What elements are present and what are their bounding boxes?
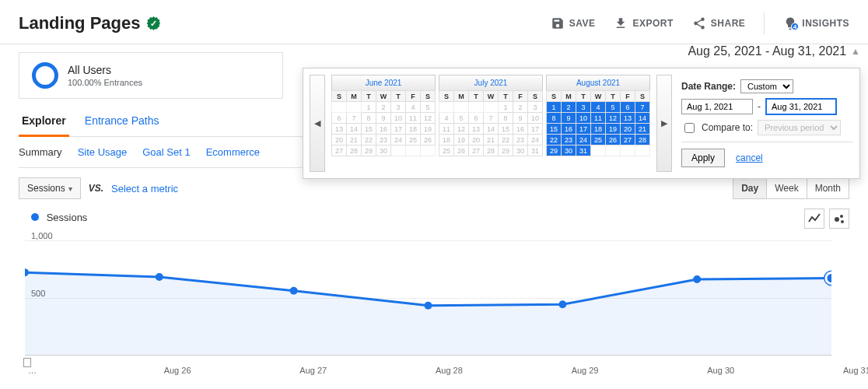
calendar-july[interactable]: July 2021 SMTWTFS 123 45678910 111213141… xyxy=(439,75,543,172)
period-week[interactable]: Week xyxy=(767,178,807,198)
compare-select: Previous period xyxy=(758,120,841,135)
subnav-ecommerce[interactable]: Ecommerce xyxy=(206,146,260,158)
date-range-start-input[interactable] xyxy=(681,99,753,114)
calendar-august[interactable]: August 2021 SMTWTFS 1234567 891011121314… xyxy=(546,75,650,172)
insights-button[interactable]: 4 INSIGHTS xyxy=(783,16,849,30)
header-bar: Landing Pages ✓ SAVE EXPORT SHARE 4 INSI… xyxy=(0,0,868,44)
x-axis-labels: … Aug 26 Aug 27 Aug 28 Aug 29 Aug 30 Aug… xyxy=(19,366,849,375)
dow: F xyxy=(406,91,421,102)
export-button[interactable]: EXPORT xyxy=(614,16,673,30)
date-range-popover: ◀ June 2021 SMTWTFS 12345 6789101112 131… xyxy=(303,68,860,179)
period-group: Day Week Month xyxy=(733,177,849,199)
date-range-text: Aug 25, 2021 - Aug 31, 2021 xyxy=(688,44,846,58)
calendar-prev-button[interactable]: ◀ xyxy=(310,75,325,172)
divider xyxy=(764,12,765,34)
dow: T xyxy=(391,91,406,102)
dow: F xyxy=(513,91,528,102)
period-day[interactable]: Day xyxy=(733,178,767,198)
share-label: SHARE xyxy=(711,18,746,29)
dow: W xyxy=(591,91,606,102)
tab-entrance-paths[interactable]: Entrance Paths xyxy=(82,107,163,136)
dow: S xyxy=(528,91,543,102)
segment-subtitle: 100.00% Entrances xyxy=(68,78,142,87)
legend-sessions: Sessions xyxy=(47,212,88,223)
save-icon xyxy=(551,16,565,30)
compare-checkbox[interactable] xyxy=(684,123,695,133)
insights-label: INSIGHTS xyxy=(802,18,849,29)
svg-point-1 xyxy=(840,215,843,218)
dow: S xyxy=(421,91,436,102)
segment-all-users[interactable]: All Users 100.00% Entrances xyxy=(19,52,283,99)
insights-badge: 4 xyxy=(791,23,799,30)
page-title-text: Landing Pages xyxy=(19,13,140,33)
svg-point-8 xyxy=(693,275,701,283)
chevron-up-icon: ▲ xyxy=(851,46,860,57)
date-range-type-select[interactable]: Custom xyxy=(740,79,793,93)
export-icon xyxy=(614,16,628,30)
dow: S xyxy=(439,91,454,102)
svg-point-6 xyxy=(425,302,432,310)
tab-explorer[interactable]: Explorer xyxy=(19,107,69,137)
share-button[interactable]: SHARE xyxy=(692,16,746,30)
bubble-chart-icon xyxy=(833,212,845,225)
cancel-link[interactable]: cancel xyxy=(736,152,763,163)
segment-circle-icon xyxy=(32,62,58,89)
calendar-month-label: August 2021 xyxy=(546,75,650,90)
verified-icon: ✓ xyxy=(146,16,160,30)
dash: - xyxy=(758,101,761,112)
svg-point-7 xyxy=(558,300,566,308)
dow: S xyxy=(635,91,650,102)
line-chart-icon xyxy=(808,212,821,225)
dow: M xyxy=(454,91,469,102)
date-range-end-input[interactable] xyxy=(765,98,837,115)
apply-button[interactable]: Apply xyxy=(681,149,725,167)
page-title: Landing Pages ✓ xyxy=(19,13,160,33)
compare-label: Compare to: xyxy=(702,122,753,133)
export-label: EXPORT xyxy=(632,18,673,29)
segment-title: All Users xyxy=(68,64,142,76)
dow: T xyxy=(576,91,591,102)
chart-svg xyxy=(25,226,831,359)
dow: T xyxy=(469,91,484,102)
dow: M xyxy=(347,91,362,102)
date-range-controls: Date Range: Custom - Compare to: Previou… xyxy=(678,75,853,172)
calendar-next-button[interactable]: ▶ xyxy=(656,75,672,172)
dow: T xyxy=(362,91,376,102)
legend-dot-icon xyxy=(31,213,39,221)
dow: T xyxy=(606,91,621,102)
share-icon xyxy=(692,16,706,30)
dow: W xyxy=(376,91,391,102)
svg-point-0 xyxy=(835,217,839,222)
dow: S xyxy=(547,91,562,102)
svg-point-10 xyxy=(826,273,831,284)
vs-label: VS. xyxy=(89,183,103,194)
chart-type-motion-button[interactable] xyxy=(829,209,849,229)
date-range-type-label: Date Range: xyxy=(681,81,736,92)
chart-legend: Sessions xyxy=(19,209,849,223)
save-button[interactable]: SAVE xyxy=(551,16,596,30)
calendar-month-label: June 2021 xyxy=(331,75,436,90)
subnav-site-usage[interactable]: Site Usage xyxy=(78,146,128,158)
subnav-goal-set-1[interactable]: Goal Set 1 xyxy=(142,146,190,158)
calendar-months: June 2021 SMTWTFS 12345 6789101112 13141… xyxy=(331,75,650,172)
subnav-summary[interactable]: Summary xyxy=(19,146,62,158)
dow: W xyxy=(484,91,499,102)
header-actions: SAVE EXPORT SHARE 4 INSIGHTS xyxy=(551,12,849,34)
primary-metric-label: Sessions xyxy=(27,183,65,194)
dow: M xyxy=(562,91,576,102)
select-secondary-metric[interactable]: Select a metric xyxy=(111,183,178,194)
dow: S xyxy=(332,91,347,102)
svg-point-2 xyxy=(841,220,844,223)
save-label: SAVE xyxy=(569,18,596,29)
dow: T xyxy=(499,91,513,102)
date-range-display[interactable]: Aug 25, 2021 - Aug 31, 2021 ▲ xyxy=(688,44,860,58)
svg-point-4 xyxy=(156,273,163,281)
calendar-month-label: July 2021 xyxy=(439,75,543,90)
period-month[interactable]: Month xyxy=(807,178,849,198)
dow: F xyxy=(621,91,635,102)
calendar-june[interactable]: June 2021 SMTWTFS 12345 6789101112 13141… xyxy=(331,75,436,172)
sessions-chart: 1,000 500 xyxy=(19,226,831,363)
primary-metric-dropdown[interactable]: Sessions xyxy=(19,177,81,199)
svg-point-5 xyxy=(290,287,298,295)
